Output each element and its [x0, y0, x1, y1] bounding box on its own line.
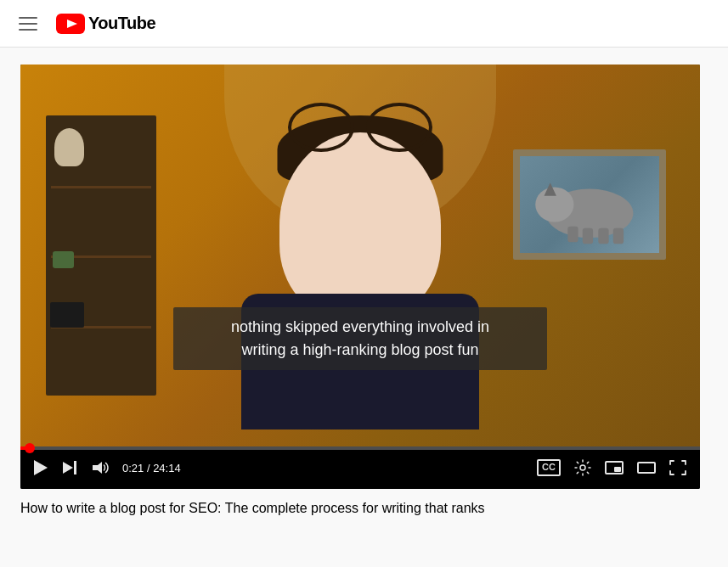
- video-title: How to write a blog post for SEO: The co…: [20, 499, 708, 518]
- miniplayer-button[interactable]: [601, 458, 627, 478]
- time-display: 0:21 / 24:14: [122, 462, 181, 474]
- settings-button[interactable]: [571, 456, 595, 480]
- play-icon: [34, 460, 48, 475]
- subtitle-text-line2: writing a high-ranking blog post fun: [241, 341, 478, 358]
- progress-thumb: [25, 443, 35, 453]
- next-icon: [63, 461, 76, 474]
- person: [156, 81, 564, 429]
- cc-button[interactable]: CC: [533, 456, 564, 479]
- svg-rect-5: [583, 228, 593, 244]
- volume-icon: [92, 460, 110, 475]
- subtitle-text-line1: nothing skipped everything involved in: [231, 318, 489, 335]
- fullscreen-button[interactable]: [666, 457, 690, 479]
- fullscreen-icon: [669, 460, 686, 475]
- main-content: nothing skipped everything involved in w…: [0, 48, 728, 567]
- next-button[interactable]: [59, 458, 80, 478]
- miniplayer-icon: [605, 461, 624, 474]
- right-controls: CC: [533, 456, 690, 480]
- bookshelf: [46, 115, 156, 396]
- youtube-logo-icon: [56, 14, 85, 34]
- volume-button[interactable]: [88, 457, 114, 479]
- video-player[interactable]: nothing skipped everything involved in w…: [20, 65, 700, 489]
- theater-mode-button[interactable]: [634, 458, 659, 477]
- hamburger-menu-button[interactable]: [14, 12, 42, 36]
- controls-bar: 0:21 / 24:14 CC: [20, 446, 700, 489]
- svg-rect-6: [598, 228, 608, 244]
- cc-icon: CC: [537, 459, 561, 475]
- svg-marker-9: [93, 462, 102, 474]
- video-frame: nothing skipped everything involved in w…: [20, 65, 700, 446]
- play-button[interactable]: [31, 457, 51, 479]
- svg-rect-7: [613, 228, 624, 244]
- rhino-painting: [513, 149, 666, 260]
- youtube-logo-link[interactable]: YouTube: [56, 14, 155, 34]
- gear-icon: [574, 459, 591, 476]
- theater-icon: [637, 462, 656, 474]
- svg-rect-4: [567, 227, 578, 243]
- svg-point-10: [580, 465, 585, 470]
- navbar: YouTube: [0, 0, 728, 48]
- youtube-logo-text: YouTube: [88, 14, 155, 33]
- subtitle-overlay: nothing skipped everything involved in w…: [173, 307, 547, 370]
- progress-bar[interactable]: [20, 446, 700, 450]
- progress-fill: [20, 446, 30, 450]
